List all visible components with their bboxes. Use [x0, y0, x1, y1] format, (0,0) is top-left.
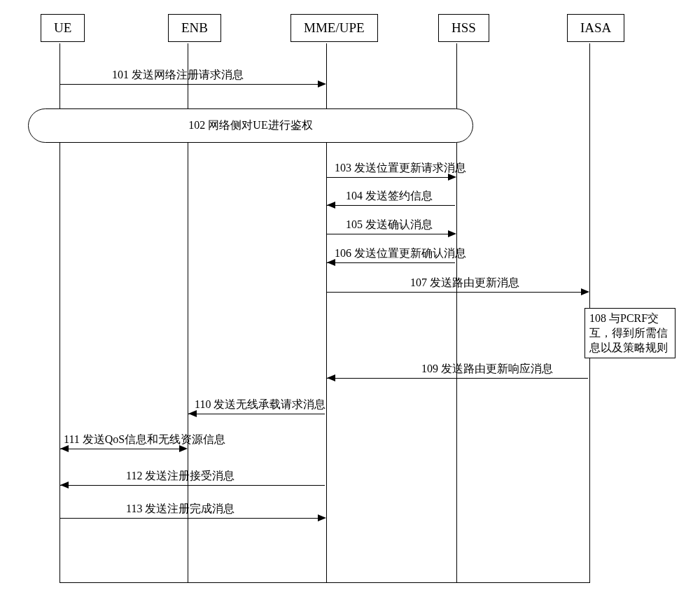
arrow-111: [60, 449, 186, 449]
label-113: 113 发送注册完成消息: [126, 502, 234, 517]
label-111: 111 发送QoS信息和无线资源信息: [64, 433, 225, 447]
label-104: 104 发送签约信息: [346, 189, 433, 204]
participant-mme: MME/UPE: [290, 14, 378, 42]
arrow-103: [327, 177, 455, 178]
label-101: 101 发送网络注册请求消息: [112, 68, 244, 83]
arrowhead-107: [581, 288, 589, 295]
participant-iasa: IASA: [567, 14, 624, 42]
arrow-110: [188, 414, 325, 414]
sequence-diagram: UE ENB MME/UPE HSS IASA 101 发送网络注册请求消息 1…: [21, 14, 679, 583]
arrowhead-109: [327, 374, 335, 381]
arrowhead-104: [327, 202, 335, 209]
arrow-109: [327, 378, 588, 379]
arrowhead-112: [60, 482, 69, 489]
participant-hss: HSS: [438, 14, 489, 42]
label-112: 112 发送注册接受消息: [126, 469, 234, 484]
note-108: 108 与PCRF交互，得到所需信息以及策略规则: [584, 308, 676, 358]
arrowhead-110: [188, 410, 197, 417]
label-106: 106 发送位置更新确认消息: [335, 246, 466, 261]
arrowhead-105: [448, 230, 456, 237]
arrowhead-111-right: [179, 445, 188, 452]
label-107: 107 发送路由更新消息: [410, 276, 519, 290]
label-103: 103 发送位置更新请求消息: [335, 161, 466, 176]
arrow-106: [327, 262, 455, 263]
participant-ue: UE: [41, 14, 85, 42]
arrow-113: [60, 518, 325, 519]
arrowhead-103: [448, 174, 456, 181]
step-102-oval: 102 网络侧对UE进行鉴权: [28, 108, 473, 143]
label-110: 110 发送无线承载请求消息: [195, 398, 326, 412]
label-105: 105 发送确认消息: [346, 218, 433, 232]
participant-enb: ENB: [168, 14, 221, 42]
arrowhead-106: [327, 259, 335, 266]
arrow-107: [327, 292, 588, 293]
arrowhead-113: [318, 514, 326, 521]
arrowhead-101: [318, 80, 326, 87]
label-109: 109 发送路由更新响应消息: [421, 362, 553, 377]
arrow-101: [60, 84, 325, 85]
bottom-rule: [59, 582, 590, 583]
arrow-104: [327, 205, 455, 206]
arrowhead-111-left: [60, 445, 69, 452]
arrow-112: [60, 485, 325, 486]
arrow-105: [327, 234, 455, 234]
